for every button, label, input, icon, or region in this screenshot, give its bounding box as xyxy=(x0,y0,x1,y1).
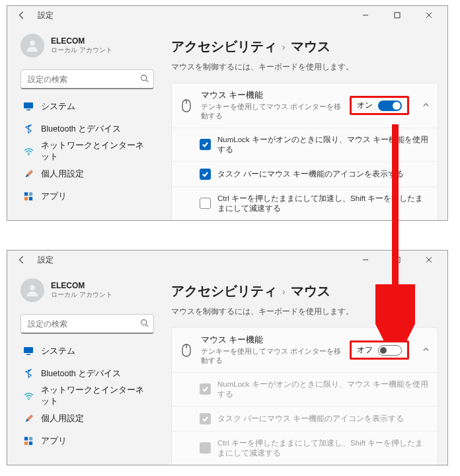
back-button[interactable] xyxy=(15,253,28,266)
minimize-button[interactable] xyxy=(352,251,379,269)
option-label: NumLock キーがオンのときに限り、マウス キー機能を使用する xyxy=(217,135,430,155)
nav-system[interactable]: システム xyxy=(18,340,157,362)
mouse-keys-card: マウス キー機能 テンキーを使用してマウス ポインターを移動する オン NumL… xyxy=(171,83,438,221)
svg-point-16 xyxy=(30,285,35,290)
checkbox-checked[interactable] xyxy=(200,139,211,150)
sidebar: ELECOM ローカル アカウント システム Bluetooth とデバイス xyxy=(7,269,159,465)
nav-apps[interactable]: アプリ xyxy=(18,186,157,207)
search-box xyxy=(20,314,154,334)
option-numlock[interactable]: NumLock キーがオンのときに限り、マウス キー機能を使用する xyxy=(172,128,438,161)
nav-network[interactable]: ネットワークとインターネット xyxy=(18,141,157,162)
checkbox-checked[interactable] xyxy=(200,169,211,180)
breadcrumb-parent[interactable]: アクセシビリティ xyxy=(171,282,277,300)
brush-icon xyxy=(23,413,34,424)
option-taskbar[interactable]: タスク バーにマウス キー機能のアイコンを表示する xyxy=(172,161,438,186)
svg-rect-23 xyxy=(29,437,32,440)
svg-rect-9 xyxy=(29,192,32,196)
svg-point-21 xyxy=(28,399,29,400)
svg-rect-25 xyxy=(29,442,32,445)
settings-window-off: 設定 ELECOM ローカル アカウント xyxy=(7,250,448,465)
main-content: アクセシビリティ › マウス マウスを制御するには、キーボードを使用します。 マ… xyxy=(159,269,447,465)
nav-system[interactable]: システム xyxy=(18,96,157,117)
chevron-up-icon[interactable] xyxy=(422,101,430,110)
back-button[interactable] xyxy=(15,9,28,22)
card-header[interactable]: マウス キー機能 テンキーを使用してマウス ポインターを移動する オン xyxy=(172,83,438,128)
window-title: 設定 xyxy=(38,10,54,21)
maximize-button[interactable] xyxy=(384,251,410,269)
nav-apps[interactable]: アプリ xyxy=(18,430,157,452)
monitor-icon xyxy=(23,101,34,112)
search-box xyxy=(20,69,154,89)
apps-icon xyxy=(23,191,34,202)
nav-personalization[interactable]: 個人用設定 xyxy=(18,163,157,184)
nav-list: システム Bluetooth とデバイス ネットワークとインターネット 個人用設… xyxy=(18,96,157,207)
svg-line-4 xyxy=(146,80,148,82)
svg-rect-15 xyxy=(395,257,400,262)
page-description: マウスを制御するには、キーボードを使用します。 xyxy=(171,307,438,317)
toggle-state-label: オン xyxy=(357,100,373,111)
nav-label: システム xyxy=(41,101,75,112)
search-input[interactable] xyxy=(20,314,154,334)
svg-rect-5 xyxy=(24,102,33,108)
wifi-icon xyxy=(23,391,34,401)
search-input[interactable] xyxy=(20,69,154,89)
svg-point-17 xyxy=(141,320,147,325)
svg-rect-24 xyxy=(24,442,28,445)
option-label: Ctrl キーを押したままにして加速し、Shift キーを押したままにして減速す… xyxy=(217,438,430,458)
svg-rect-1 xyxy=(395,13,400,18)
search-icon xyxy=(140,319,149,329)
nav-bluetooth[interactable]: Bluetooth とデバイス xyxy=(18,118,157,139)
breadcrumb-parent[interactable]: アクセシビリティ xyxy=(171,38,277,56)
minimize-button[interactable] xyxy=(352,6,379,24)
svg-point-2 xyxy=(30,40,35,46)
card-title: マウス キー機能 xyxy=(201,335,342,346)
close-button[interactable] xyxy=(416,251,442,269)
apps-icon xyxy=(23,436,34,446)
mouse-keys-card: マウス キー機能 テンキーを使用してマウス ポインターを移動する オフ NumL… xyxy=(171,327,438,465)
account-name: ELECOM xyxy=(51,281,112,290)
close-button[interactable] xyxy=(416,6,442,24)
option-label: Ctrl キーを押したままにして加速し、Shift キーを押したままにして減速す… xyxy=(217,194,430,214)
chevron-up-icon[interactable] xyxy=(422,346,430,354)
nav-personalization[interactable]: 個人用設定 xyxy=(18,408,157,429)
titlebar: 設定 xyxy=(7,6,447,24)
nav-label: Bluetooth とデバイス xyxy=(41,368,121,379)
brush-icon xyxy=(23,169,34,179)
svg-rect-6 xyxy=(26,110,30,111)
breadcrumb-current: マウス xyxy=(291,38,330,56)
monitor-icon xyxy=(23,346,34,356)
svg-point-3 xyxy=(141,75,147,81)
account-name: ELECOM xyxy=(51,36,112,46)
mouse-keys-toggle[interactable] xyxy=(378,345,402,356)
page-description: マウスを制御するには、キーボードを使用します。 xyxy=(171,62,438,72)
nav-label: アプリ xyxy=(41,191,67,202)
option-ctrlshift[interactable]: Ctrl キーを押したままにして加速し、Shift キーを押したままにして減速す… xyxy=(172,186,438,220)
option-label: タスク バーにマウス キー機能のアイコンを表示する xyxy=(217,414,404,424)
svg-rect-10 xyxy=(24,197,28,200)
nav-label: 個人用設定 xyxy=(41,413,84,424)
account-block[interactable]: ELECOM ローカル アカウント xyxy=(18,27,157,68)
checkbox-disabled xyxy=(200,413,211,424)
card-header[interactable]: マウス キー機能 テンキーを使用してマウス ポインターを移動する オフ xyxy=(172,328,438,372)
maximize-button[interactable] xyxy=(384,6,410,24)
account-block[interactable]: ELECOM ローカル アカウント xyxy=(18,272,157,313)
wifi-icon xyxy=(23,146,34,157)
breadcrumb: アクセシビリティ › マウス xyxy=(171,30,438,56)
svg-rect-22 xyxy=(24,437,28,440)
checkbox-disabled xyxy=(200,442,211,454)
nav-network[interactable]: ネットワークとインターネット xyxy=(18,385,157,407)
callout-box-on: オン xyxy=(350,96,409,115)
svg-rect-8 xyxy=(24,192,28,196)
nav-bluetooth[interactable]: Bluetooth とデバイス xyxy=(18,363,157,384)
search-icon xyxy=(140,74,149,85)
breadcrumb: アクセシビリティ › マウス xyxy=(171,274,438,300)
account-sub: ローカル アカウント xyxy=(51,46,112,55)
nav-label: ネットワークとインターネット xyxy=(41,385,151,407)
checkbox-disabled xyxy=(200,383,211,395)
option-label: NumLock キーがオンのときに限り、マウス キー機能を使用する xyxy=(217,379,430,399)
checkbox-unchecked[interactable] xyxy=(200,198,211,209)
bluetooth-icon xyxy=(23,124,34,134)
mouse-keys-toggle[interactable] xyxy=(378,100,402,111)
window-title: 設定 xyxy=(38,255,54,266)
card-title: マウス キー機能 xyxy=(201,90,342,101)
